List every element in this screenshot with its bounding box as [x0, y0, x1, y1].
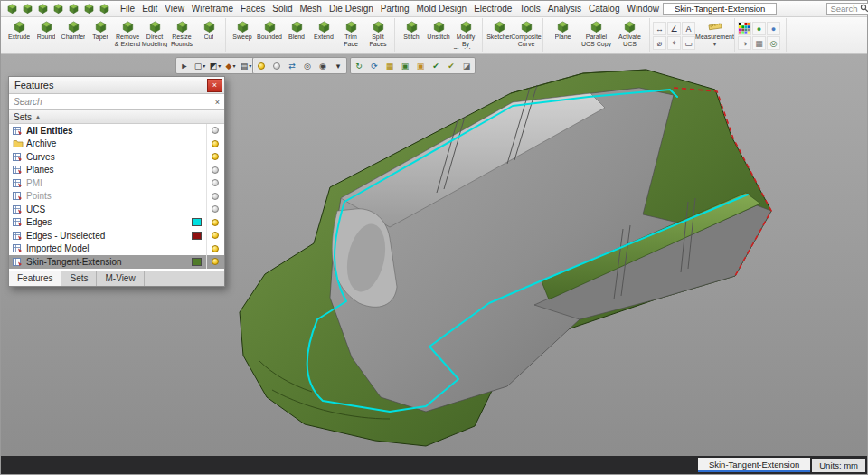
set-row-archive[interactable]: Archive: [9, 138, 224, 151]
grid-display-icon[interactable]: ▦: [752, 36, 766, 50]
visibility-cell[interactable]: [206, 255, 222, 269]
show-entity-icon[interactable]: [254, 59, 269, 72]
panel-search-input[interactable]: Search ×: [9, 94, 224, 110]
menu-die-design[interactable]: Die Design: [326, 3, 377, 14]
visibility-bulb-icon[interactable]: [212, 245, 219, 252]
print-icon[interactable]: [81, 2, 96, 15]
set-row-skin-tangent-extension[interactable]: Skin-Tangent-Extension: [9, 255, 224, 269]
set-row-ucs[interactable]: UCS: [9, 203, 224, 216]
menu-window[interactable]: Window: [623, 3, 663, 14]
visibility-bulb-icon[interactable]: [212, 232, 219, 239]
visibility-cell[interactable]: [206, 176, 222, 190]
set-row-all-entities[interactable]: All Entities: [9, 124, 224, 138]
plane-button[interactable]: Plane: [546, 19, 580, 41]
visibility-cell[interactable]: [206, 242, 222, 256]
isolate-icon[interactable]: ◎: [300, 59, 315, 72]
text-icon[interactable]: A: [682, 22, 695, 35]
half-section-icon[interactable]: ◑: [738, 36, 751, 50]
search-icon[interactable]: [860, 4, 868, 14]
menu-edit[interactable]: Edit: [138, 3, 161, 14]
command-search-input[interactable]: Search: [826, 3, 868, 15]
menu-analysis[interactable]: Analysis: [544, 3, 585, 14]
stitch-button[interactable]: Stitch: [398, 19, 425, 41]
trim-face-button[interactable]: Trim Face: [337, 19, 364, 47]
save-icon[interactable]: [35, 2, 50, 15]
set-row-imported-model[interactable]: Imported Model: [9, 242, 224, 256]
modify-by-sketcher-button[interactable]: Modify By Sketcher: [452, 19, 479, 49]
visibility-bulb-icon[interactable]: [212, 258, 219, 265]
color-swatch[interactable]: [192, 258, 202, 266]
visibility-cell[interactable]: [206, 164, 222, 177]
menu-solid[interactable]: Solid: [269, 3, 296, 14]
render-sphere-icon[interactable]: ●: [767, 22, 780, 35]
viewport[interactable]: ►▢▾◩▾◆▾▤▾⇄◎◉▾↻⟳▦▣▣✔✔◪ Features × Search …: [1, 54, 867, 456]
direct-modeling-button[interactable]: Direct Modeling: [141, 19, 168, 47]
menu-electrode[interactable]: Electrode: [470, 3, 515, 14]
visibility-cell[interactable]: [206, 150, 222, 164]
unstitch-button[interactable]: Unstitch: [425, 19, 452, 41]
dim-diameter-icon[interactable]: ⌀: [653, 36, 666, 50]
sketcher-button[interactable]: Sketcher: [486, 19, 513, 41]
set-row-points[interactable]: Points: [9, 190, 224, 204]
visibility-cell[interactable]: [206, 203, 222, 216]
menu-catalog[interactable]: Catalog: [585, 3, 623, 14]
menu-mesh[interactable]: Mesh: [296, 3, 325, 14]
section-view-icon[interactable]: ◪: [459, 59, 474, 72]
set-row-planes[interactable]: Planes: [9, 164, 224, 177]
verify-faces-icon[interactable]: ✔: [444, 59, 458, 72]
visibility-bulb-icon[interactable]: [212, 153, 219, 160]
edge-filter-icon[interactable]: ◆▾: [223, 59, 238, 72]
visibility-cell[interactable]: [206, 190, 222, 204]
quick-render-icon[interactable]: ▣: [413, 59, 428, 72]
pick-arrow-icon[interactable]: ►: [177, 59, 192, 72]
menu-faces[interactable]: Faces: [237, 3, 269, 14]
visibility-bulb-icon[interactable]: [212, 179, 219, 186]
panel-close-button[interactable]: ×: [207, 79, 222, 92]
extrude-button[interactable]: Extrude: [5, 19, 33, 41]
clear-search-icon[interactable]: ×: [215, 98, 220, 107]
undo-icon[interactable]: [51, 2, 65, 15]
menu-wireframe[interactable]: Wireframe: [188, 3, 237, 14]
composite-curve-button[interactable]: Composite Curve: [513, 19, 540, 47]
bounded-button[interactable]: Bounded: [256, 19, 283, 41]
shaded-mode-icon[interactable]: ▣: [398, 59, 412, 72]
cut-button[interactable]: Cut: [195, 19, 222, 41]
menu-tools[interactable]: Tools: [515, 3, 543, 14]
activate-ucs-button[interactable]: Activate UCS: [613, 19, 646, 47]
split-faces-button[interactable]: Split Faces: [364, 19, 392, 47]
resize-rounds-button[interactable]: Resize Rounds: [168, 19, 195, 47]
remove-extend-button[interactable]: Remove & Extend: [114, 19, 141, 47]
measurement-button[interactable]: Measurement▾: [698, 19, 731, 47]
visibility-bulb-icon[interactable]: [212, 193, 219, 200]
dim-angle-icon[interactable]: ∠: [667, 22, 681, 35]
verify-geometry-icon[interactable]: ✔: [429, 59, 443, 72]
visibility-cell[interactable]: [206, 216, 222, 230]
hide-entity-icon[interactable]: [269, 59, 284, 72]
dim-center-icon[interactable]: ⌖: [667, 36, 681, 50]
tab-features[interactable]: Features: [9, 271, 61, 286]
color-palette-icon[interactable]: [738, 22, 751, 35]
set-row-pmi[interactable]: PMI: [9, 176, 224, 190]
shaded-sphere-icon[interactable]: ●: [752, 22, 766, 35]
face-filter-icon[interactable]: ◩▾: [208, 59, 222, 72]
visibility-bulb-icon[interactable]: [212, 219, 219, 226]
menu-view[interactable]: View: [161, 3, 188, 14]
redo-icon[interactable]: [66, 2, 80, 15]
visibility-bulb-icon[interactable]: [212, 166, 219, 174]
dim-linear-icon[interactable]: ↔: [653, 22, 666, 35]
menu-parting[interactable]: Parting: [377, 3, 413, 14]
layer-filter-icon[interactable]: ▤▾: [239, 59, 253, 72]
visibility-cell[interactable]: [206, 138, 222, 151]
entity-filter-icon[interactable]: ▢▾: [193, 59, 207, 72]
color-swatch[interactable]: [192, 218, 202, 226]
taper-button[interactable]: Taper: [87, 19, 114, 41]
chamfer-button[interactable]: Chamfer: [60, 19, 87, 41]
refresh-icon[interactable]: ↻: [352, 59, 366, 72]
regen-icon[interactable]: ⟳: [367, 59, 382, 72]
eye-icon[interactable]: ◉: [316, 59, 330, 72]
menu-mold-design[interactable]: Mold Design: [413, 3, 471, 14]
zoom-display-icon[interactable]: ◎: [767, 36, 780, 50]
parallel-ucs-copy-button[interactable]: Parallel UCS Copy: [580, 19, 613, 47]
dim-box-icon[interactable]: ▭: [682, 36, 695, 50]
color-swatch[interactable]: [192, 232, 202, 240]
